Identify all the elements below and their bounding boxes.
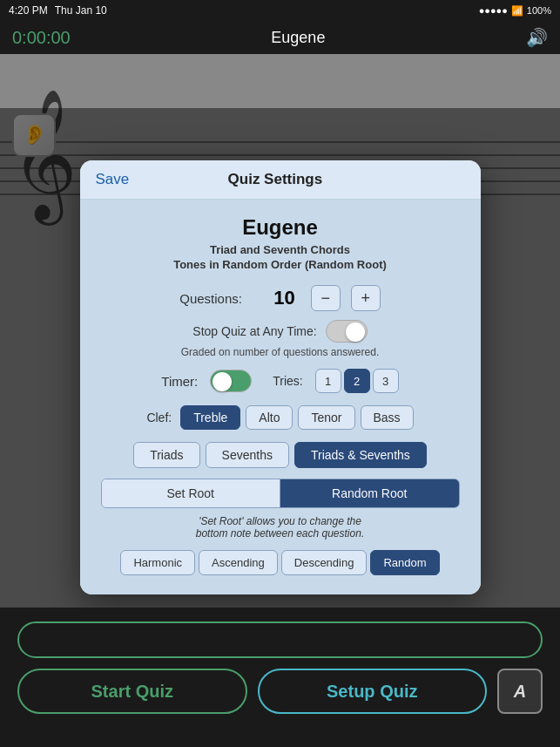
status-bar: 4:20 PM Thu Jan 10 ●●●●● 📶 100% <box>0 0 560 21</box>
clef-row: Clef: Treble Alto Tenor Bass <box>101 405 460 430</box>
descending-button[interactable]: Descending <box>281 550 368 575</box>
chord-type-row: Triads Sevenths Triads & Sevenths <box>101 442 460 468</box>
start-quiz-button[interactable]: Start Quiz <box>17 669 247 714</box>
triads-button[interactable]: Triads <box>133 442 199 468</box>
clef-label: Clef: <box>146 411 172 424</box>
stop-quiz-label: Stop Quiz at Any Time: <box>192 324 316 338</box>
toggle-knob <box>346 323 365 342</box>
bottom-buttons: Start Quiz Setup Quiz A <box>17 669 543 714</box>
signal-icon: ●●●●● <box>479 5 508 16</box>
status-time: 4:20 PM <box>9 4 48 17</box>
timer-toggle[interactable] <box>210 370 252 392</box>
clef-bass-button[interactable]: Bass <box>361 405 414 430</box>
harmonic-button[interactable]: Harmonic <box>120 550 195 575</box>
play-mode-row: Harmonic Ascending Descending Random <box>101 550 460 575</box>
header-title: Eugene <box>271 29 325 47</box>
sevenths-button[interactable]: Sevenths <box>206 442 289 468</box>
wifi-icon: 📶 <box>511 5 523 17</box>
tries-2-button[interactable]: 2 <box>344 369 370 393</box>
clef-treble-button[interactable]: Treble <box>180 405 240 430</box>
quiz-settings-modal: Save Quiz Settings Eugene Triad and Seve… <box>80 160 481 594</box>
timer-tries-row: Timer: Tries: 1 2 3 <box>101 369 460 393</box>
bottom-area: Start Quiz Setup Quiz A <box>0 608 560 747</box>
user-name: Eugene <box>101 215 460 240</box>
stop-quiz-row: Stop Quiz at Any Time: <box>101 320 460 343</box>
timer-display: 0:00:00 <box>12 28 71 48</box>
timer-toggle-knob <box>213 372 232 391</box>
battery-indicator: 100% <box>527 5 551 16</box>
stop-quiz-toggle[interactable] <box>326 320 368 343</box>
status-day: Thu Jan 10 <box>55 4 107 17</box>
save-button[interactable]: Save <box>96 171 130 188</box>
clef-alto-button[interactable]: Alto <box>246 405 293 430</box>
speaker-icon[interactable]: 🔊 <box>526 27 548 48</box>
graded-text: Graded on number of questions answered. <box>101 346 460 358</box>
header: 0:00:00 Eugene 🔊 <box>0 21 560 54</box>
tries-label: Tries: <box>273 374 302 388</box>
tries-buttons: 1 2 3 <box>315 369 399 393</box>
modal-header: Save Quiz Settings <box>80 160 481 200</box>
root-description: 'Set Root' allows you to change the bott… <box>101 515 460 540</box>
decrement-button[interactable]: − <box>311 285 341 311</box>
increment-button[interactable]: + <box>351 285 381 311</box>
root-row: Set Root Random Root <box>101 479 460 508</box>
tries-3-button[interactable]: 3 <box>373 369 399 393</box>
random-button[interactable]: Random <box>370 550 439 575</box>
status-right: ●●●●● 📶 100% <box>479 5 551 17</box>
flash-a-button[interactable]: A <box>497 669 543 714</box>
random-root-button[interactable]: Random Root <box>280 479 459 507</box>
questions-count: 10 <box>273 287 294 309</box>
flash-a-label: A <box>514 682 526 702</box>
ascending-button[interactable]: Ascending <box>199 550 278 575</box>
modal-title: Quiz Settings <box>228 171 323 188</box>
questions-row: Questions: 10 − + <box>101 285 460 311</box>
set-root-button[interactable]: Set Root <box>102 479 281 507</box>
tries-1-button[interactable]: 1 <box>315 369 341 393</box>
input-bar[interactable] <box>17 621 543 658</box>
user-subtitle1: Triad and Seventh Chords <box>101 243 460 256</box>
clef-tenor-button[interactable]: Tenor <box>298 405 354 430</box>
modal-body: Eugene Triad and Seventh Chords Tones in… <box>80 200 481 594</box>
user-subtitle2: Tones in Random Order (Random Root) <box>101 258 460 271</box>
setup-quiz-button[interactable]: Setup Quiz <box>258 669 488 714</box>
timer-label: Timer: <box>161 374 198 389</box>
triads-sevenths-button[interactable]: Triads & Sevenths <box>294 442 427 468</box>
questions-label: Questions: <box>179 291 258 306</box>
status-left: 4:20 PM Thu Jan 10 <box>9 4 107 17</box>
